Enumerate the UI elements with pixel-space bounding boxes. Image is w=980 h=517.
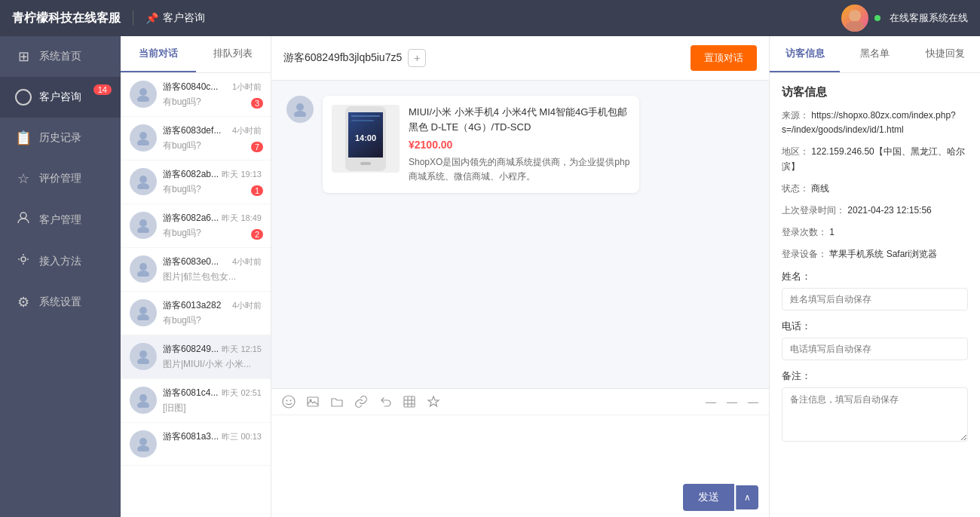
- status-row: 状态： 商线: [782, 182, 968, 196]
- login-count-label: 登录次数：: [782, 227, 827, 237]
- undo-button[interactable]: [378, 395, 392, 408]
- dash-btn-3[interactable]: —: [748, 396, 758, 408]
- chat-msg: 有bug吗?: [163, 96, 262, 109]
- settings-icon: ⚙: [15, 294, 32, 311]
- tab-queue[interactable]: 排队列表: [196, 36, 271, 72]
- customer-icon: [15, 89, 32, 106]
- list-item[interactable]: 游客608249... 昨天 12:15 图片|MIUI/小米 小米...: [121, 335, 271, 379]
- sidebar-label-history: 历史记录: [39, 131, 81, 145]
- chat-input[interactable]: [271, 415, 769, 476]
- send-arrow-button[interactable]: ∧: [736, 485, 758, 509]
- svg-point-15: [137, 314, 149, 320]
- list-item[interactable]: 游客6081c4... 昨天 02:51 [旧图]: [121, 379, 271, 423]
- tab-quick-reply[interactable]: 快捷回复: [910, 36, 980, 72]
- send-button[interactable]: 发送: [683, 484, 734, 511]
- dash-btn-1[interactable]: —: [706, 396, 716, 408]
- name-input[interactable]: [782, 288, 968, 311]
- online-status-text: 在线客服系统在线: [890, 11, 968, 25]
- star-button[interactable]: [427, 395, 440, 408]
- content-area: 当前对话 排队列表 游客60840c... 1小时前 有bug吗? 3: [121, 36, 980, 517]
- sidebar-label-evaluation: 评价管理: [39, 172, 81, 185]
- svg-rect-36: [404, 396, 415, 407]
- svg-rect-34: [308, 397, 318, 406]
- chat-time: 昨天 02:51: [222, 387, 262, 399]
- source-label: 来源：: [782, 110, 809, 121]
- message-avatar: [286, 96, 314, 123]
- pin-button[interactable]: 置顶对话: [691, 45, 757, 71]
- login-count-row: 登录次数： 1: [782, 225, 968, 240]
- sidebar-item-history[interactable]: 📋 历史记录: [0, 118, 121, 158]
- folder-button[interactable]: [330, 395, 344, 408]
- avatar: [130, 168, 157, 195]
- svg-point-3: [21, 257, 26, 262]
- sidebar-label-customer-mgmt: 客户管理: [39, 213, 81, 227]
- list-item[interactable]: 游客6081a3... 昨三 00:13: [121, 423, 271, 466]
- list-item[interactable]: 游客6082ab... 昨天 19:13 有bug吗? 1: [121, 161, 271, 204]
- chat-msg: [旧图]: [163, 402, 262, 415]
- tab-current[interactable]: 当前对话: [121, 36, 196, 72]
- name-field: 姓名：: [782, 270, 968, 311]
- list-item[interactable]: 游客6083e0... 4小时前 图片|郁兰包包女...: [121, 248, 271, 292]
- sidebar-item-customer-service[interactable]: 客户咨询 14: [0, 77, 121, 118]
- chat-time: 4小时前: [232, 256, 262, 268]
- svg-point-33: [290, 400, 292, 402]
- avatar: [130, 343, 157, 370]
- svg-point-12: [139, 263, 147, 271]
- phone-input[interactable]: [782, 338, 968, 360]
- chat-name: 游客608249...: [163, 343, 219, 356]
- list-item[interactable]: 游客6083def... 4小时前 有bug吗? 7: [121, 117, 271, 161]
- tab-blacklist[interactable]: 黑名单: [840, 36, 910, 72]
- user-avatar[interactable]: [841, 5, 868, 32]
- list-item[interactable]: 游客60840c... 1小时前 有bug吗? 3: [121, 73, 271, 117]
- svg-rect-28: [351, 115, 380, 117]
- chat-unread: 1: [251, 185, 263, 196]
- message-row: 14:00 MIUI/小米 小米手机4 小米4代 MI4智能4G手机包邮 黑色 …: [286, 96, 754, 193]
- chat-input-area: — — — 发送 ∧: [271, 388, 769, 517]
- brand-title: 青柠檬科技在线客服: [12, 11, 121, 26]
- chat-msg: 有bug吗?: [163, 227, 262, 240]
- sidebar-item-access[interactable]: 接入方法: [0, 240, 121, 282]
- login-count-value: 1: [829, 227, 835, 237]
- image-button[interactable]: [306, 395, 320, 408]
- svg-point-17: [137, 358, 149, 364]
- list-item[interactable]: 游客6082a6... 昨天 18:49 有bug吗? 2: [121, 204, 271, 248]
- svg-point-2: [20, 213, 26, 219]
- sidebar-item-home[interactable]: ⊞ 系统首页: [0, 36, 121, 77]
- svg-point-4: [139, 88, 147, 96]
- online-dot: [874, 15, 880, 21]
- chat-msg: 图片|郁兰包包女...: [163, 271, 262, 283]
- svg-point-5: [137, 96, 149, 102]
- list-item[interactable]: 游客6013a282 4小时前 有bug吗?: [121, 292, 271, 335]
- region-label: 地区：: [782, 146, 809, 157]
- remark-label: 备注：: [782, 369, 968, 383]
- avatar: [130, 124, 157, 151]
- sidebar-item-customer-mgmt[interactable]: 客户管理: [0, 199, 121, 240]
- chat-list: 游客60840c... 1小时前 有bug吗? 3 游客6083def... 4…: [121, 73, 271, 517]
- sidebar-item-settings[interactable]: ⚙ 系统设置: [0, 282, 121, 323]
- svg-rect-27: [360, 162, 371, 165]
- customer-mgmt-icon: [15, 211, 32, 228]
- svg-point-16: [139, 350, 147, 358]
- chat-time: 1小时前: [232, 81, 262, 93]
- product-image: 14:00: [332, 105, 400, 173]
- chat-time: 昨天 12:15: [222, 344, 262, 355]
- dash-btn-2[interactable]: —: [727, 396, 737, 408]
- chat-input-footer: 发送 ∧: [271, 478, 769, 517]
- add-tab-button[interactable]: +: [408, 49, 426, 67]
- remark-input[interactable]: [782, 387, 968, 442]
- remark-field: 备注：: [782, 369, 968, 444]
- chat-msg: 有bug吗?: [163, 183, 262, 196]
- sidebar-item-evaluation[interactable]: ☆ 评价管理: [0, 158, 121, 199]
- region-value: 122.159.246.50【中国、黑龙江、哈尔滨】: [782, 146, 965, 171]
- svg-point-18: [139, 394, 147, 402]
- chat-name: 游客6083def...: [163, 124, 221, 137]
- tab-visitor-info[interactable]: 访客信息: [770, 36, 840, 72]
- chat-name: 游客6082a6...: [163, 212, 219, 225]
- emoji-button[interactable]: [282, 395, 296, 408]
- link-button[interactable]: [354, 395, 368, 408]
- table-button[interactable]: [403, 395, 416, 408]
- chat-msg: 有bug吗?: [163, 139, 262, 152]
- svg-point-8: [139, 176, 147, 183]
- avatar: [130, 81, 157, 108]
- svg-point-11: [137, 227, 149, 233]
